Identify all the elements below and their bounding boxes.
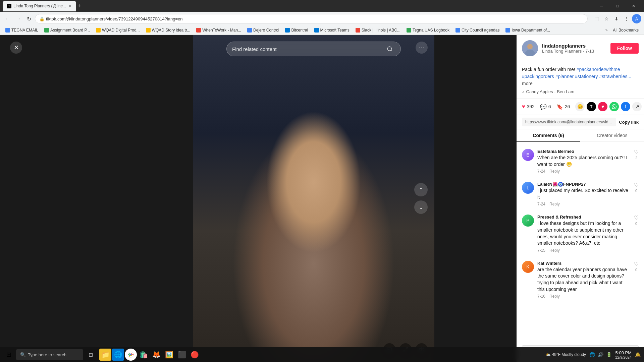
bookmark-iowa[interactable]: Iowa Department of... (503, 27, 553, 33)
reply-button[interactable]: Reply (549, 248, 560, 253)
weather-icon: ⛅ (546, 352, 551, 357)
hashtag-1[interactable]: #packanorderwithme (577, 67, 620, 72)
whatsapp-share-icon[interactable] (609, 102, 619, 111)
tiktok-share-icon[interactable]: T (587, 102, 596, 111)
tab-close-button[interactable]: ✕ (68, 3, 72, 9)
facebook-share-icon[interactable]: f (621, 102, 630, 111)
bookmarks-more-button[interactable]: » (603, 27, 610, 33)
hashtag-5[interactable]: #strawberries... (599, 74, 631, 79)
clock-date: 12/9/2024 (615, 355, 632, 359)
address-bar[interactable]: 🔒 tiktok.com/@lindatongplanners/video/73… (35, 14, 588, 23)
follow-button[interactable]: Follow (610, 43, 639, 54)
video-player[interactable] (193, 35, 434, 362)
bookmark-label: Dejero Control (253, 28, 279, 33)
start-button[interactable]: ⊞ (3, 349, 15, 361)
tab-creator-videos[interactable]: Creator videos (580, 129, 644, 142)
photos-app[interactable]: 🖼️ (163, 349, 175, 361)
comment-item: L LalaRN🌺🧿FNPDNP27 I just placed my orde… (517, 178, 644, 210)
settings-icon[interactable]: ⋮ (622, 14, 631, 23)
comment-avatar: P (522, 215, 534, 227)
volume-icon[interactable]: 🔊 (597, 351, 604, 358)
store-app[interactable]: 🛍️ (138, 349, 150, 361)
bookmark-city-council[interactable]: City Council agendas (453, 27, 502, 33)
tab-comments[interactable]: Comments (6) (517, 129, 580, 142)
heart-share-icon[interactable]: ♥ (598, 102, 607, 111)
taskbar-search[interactable]: 🔍 Type here to search (16, 349, 83, 360)
bookmark-wqad-digital[interactable]: WQAD Digital Prod... (93, 27, 143, 33)
right-panel: lindatongplanners Linda Tong Planners · … (517, 35, 644, 362)
more-options-button[interactable]: ⋯ (416, 42, 428, 54)
like-icon[interactable]: ♡ (634, 182, 639, 188)
forward-button[interactable]: → (13, 14, 23, 23)
hashtag-3[interactable]: #planner (555, 74, 574, 79)
bookmark-whentowork[interactable]: WhenToWork - Man... (194, 27, 244, 33)
copy-link-button[interactable]: Copy link (619, 120, 639, 125)
all-bookmarks-button[interactable]: All Bookmarks (610, 27, 641, 33)
new-tab-button[interactable]: + (77, 3, 81, 10)
description-more-button[interactable]: more (522, 81, 533, 86)
bookmark-wqad-story[interactable]: WQAD Story idea tr... (143, 27, 193, 33)
tab-favicon: T (7, 4, 11, 8)
task-view-button[interactable]: ⊟ (85, 349, 97, 361)
refresh-button[interactable]: ↻ (24, 14, 34, 23)
bookmark-tegna-email[interactable]: TEGNA EMAIL (3, 27, 41, 33)
firefox-app[interactable]: 🦊 (150, 349, 162, 361)
video-navigation: ⌃ ⌄ (414, 183, 428, 214)
chrome-app[interactable] (125, 349, 137, 361)
weather-widget[interactable]: ⛅ 49°F Mostly cloudy (546, 352, 586, 357)
stats-row: ♥ 392 💬 6 🔖 26 😊 T ♥ f ↗ (517, 99, 644, 115)
taskbar-right: ⛅ 49°F Mostly cloudy 🌐 🔊 🔋 5:00 PM 12/9/… (546, 350, 641, 359)
bookmark-teams[interactable]: Microsoft Teams (312, 27, 352, 33)
bookmark-uas[interactable]: Tegna UAS Logbook (404, 27, 452, 33)
notification-icon[interactable]: 🔔 (634, 351, 641, 358)
like-icon[interactable]: ♡ (634, 149, 639, 155)
close-video-button[interactable]: ✕ (10, 42, 22, 54)
back-button[interactable]: ← (3, 14, 12, 23)
all-bookmarks-label: All Bookmarks (613, 28, 639, 33)
bookmark-bitcentral[interactable]: Bitcentral (282, 27, 311, 33)
comment-meta: 7-16 Reply (537, 294, 631, 299)
bookmark-dejero[interactable]: Dejero Control (245, 27, 282, 33)
next-video-button[interactable]: ⌄ (414, 200, 428, 214)
bookmark-star-icon[interactable]: ☆ (602, 14, 611, 23)
heart-icon: ♥ (522, 104, 525, 110)
prev-video-button[interactable]: ⌃ (414, 183, 428, 196)
emoji-share-icon[interactable]: 😊 (575, 102, 585, 111)
file-explorer-app[interactable]: 📁 (99, 349, 111, 361)
like-icon[interactable]: ♡ (634, 261, 639, 267)
extensions-icon[interactable]: ⬚ (592, 14, 601, 23)
comment-body: Kat Winters are the calendar year planne… (537, 261, 631, 299)
downloads-icon[interactable]: ⬇ (612, 14, 621, 23)
unknown-app[interactable]: 🔴 (189, 349, 201, 361)
search-overlay: Find related content (226, 42, 401, 56)
edge-app[interactable]: 🌐 (112, 349, 124, 361)
terminal-app[interactable]: ⬛ (176, 349, 188, 361)
like-count: 0 (635, 268, 637, 272)
creator-avatar (522, 40, 538, 56)
like-icon[interactable]: ♡ (634, 215, 639, 221)
close-window-button[interactable]: ✕ (626, 1, 641, 11)
clock[interactable]: 5:00 PM 12/9/2024 (615, 350, 632, 359)
maximize-button[interactable]: □ (610, 1, 625, 11)
bookmark-slack[interactable]: Slack | Illinois | ABC... (353, 27, 403, 33)
reply-button[interactable]: Reply (549, 294, 560, 299)
comments-stat[interactable]: 💬 6 (540, 104, 551, 110)
find-related-content-input[interactable]: Find related content (226, 42, 401, 56)
comment-avatar: L (522, 182, 534, 194)
search-icon[interactable] (384, 44, 395, 54)
reply-button[interactable]: Reply (549, 202, 560, 206)
comment-body: Pressed & Refreshed I love these designs… (537, 215, 631, 252)
bookmark-assignment[interactable]: Assignment Board P... (42, 27, 93, 33)
bookmarks-stat[interactable]: 🔖 26 (556, 104, 570, 110)
reply-button[interactable]: Reply (549, 169, 560, 174)
battery-icon[interactable]: 🔋 (605, 351, 612, 358)
hashtag-2[interactable]: #packingorders (522, 74, 554, 79)
likes-stat[interactable]: ♥ 392 (522, 104, 535, 110)
comment-item: E Estefania Bermeo When are the 2025 pla… (517, 145, 644, 178)
forward-share-icon[interactable]: ↗ (632, 102, 642, 111)
hashtag-4[interactable]: #stationery (575, 74, 598, 79)
active-tab[interactable]: T Linda Tong Planners (@linc... ✕ (3, 1, 76, 11)
network-icon[interactable]: 🌐 (589, 351, 596, 358)
profile-icon[interactable]: A (632, 14, 641, 23)
minimize-button[interactable]: ─ (594, 1, 609, 11)
